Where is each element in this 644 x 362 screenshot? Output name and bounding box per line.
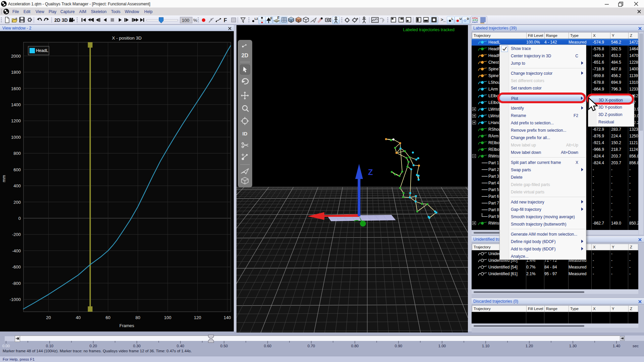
- svg-text:-800: -800: [12, 281, 21, 286]
- svg-text:0.80: 0.80: [351, 344, 359, 348]
- svg-text:L: L: [451, 17, 453, 20]
- svg-text:0.40: 0.40: [177, 344, 184, 348]
- svg-text:X - position 3D: X - position 3D: [112, 36, 142, 41]
- svg-text:Z: Z: [368, 168, 373, 177]
- svg-text:Frames: Frames: [119, 323, 135, 328]
- svg-text:ID: ID: [243, 131, 248, 136]
- svg-text:0.00: 0.00: [2, 344, 10, 348]
- svg-text:3D: 3D: [62, 17, 68, 23]
- svg-text:200: 200: [13, 200, 21, 205]
- svg-text:-200: -200: [12, 232, 21, 237]
- svg-text:1.20: 1.20: [526, 344, 533, 348]
- svg-text:2D: 2D: [54, 17, 60, 23]
- svg-text:100: 100: [182, 18, 190, 23]
- svg-text:1000: 1000: [11, 135, 21, 140]
- svg-text:140: 140: [224, 315, 231, 320]
- svg-text:60: 60: [106, 315, 110, 320]
- svg-text:1.00: 1.00: [438, 344, 446, 348]
- svg-text:0.70: 0.70: [308, 344, 315, 348]
- svg-text:1200: 1200: [11, 118, 21, 123]
- svg-text:0.20: 0.20: [90, 344, 97, 348]
- svg-text:400: 400: [13, 183, 21, 188]
- svg-text:-600: -600: [12, 264, 21, 269]
- svg-text:F: F: [270, 17, 272, 20]
- svg-text:%: %: [193, 18, 197, 23]
- svg-text:0.10: 0.10: [46, 344, 53, 348]
- svg-text:0.90: 0.90: [395, 344, 402, 348]
- svg-text:1400: 1400: [11, 102, 21, 107]
- svg-text:0: 0: [18, 216, 21, 221]
- svg-text:1.30: 1.30: [569, 344, 577, 348]
- svg-text:2D: 2D: [241, 53, 248, 58]
- svg-text:mm: mm: [1, 175, 6, 182]
- svg-text:80: 80: [136, 315, 140, 320]
- svg-text:HeadL: HeadL: [36, 48, 48, 53]
- svg-text:L2: L2: [255, 17, 258, 20]
- svg-text:800: 800: [13, 151, 21, 156]
- svg-text:0.60: 0.60: [264, 344, 271, 348]
- svg-text:600: 600: [13, 167, 21, 172]
- svg-text:F: F: [224, 17, 227, 23]
- svg-text:-1000: -1000: [10, 297, 21, 302]
- svg-text:0.30: 0.30: [133, 344, 141, 348]
- svg-text:>_: >_: [441, 17, 446, 22]
- svg-text:100: 100: [164, 315, 171, 320]
- svg-text:120: 120: [194, 315, 201, 320]
- svg-text:1.40: 1.40: [613, 344, 620, 348]
- svg-text:1600: 1600: [11, 86, 21, 91]
- svg-text:1.10: 1.10: [482, 344, 489, 348]
- svg-text:40: 40: [76, 315, 80, 320]
- svg-text:sec: sec: [633, 344, 639, 348]
- svg-text:2000: 2000: [11, 54, 21, 59]
- svg-text:-400: -400: [12, 248, 21, 253]
- svg-text:1800: 1800: [11, 70, 21, 75]
- svg-text:0.50: 0.50: [220, 344, 228, 348]
- svg-text:20: 20: [46, 315, 51, 320]
- svg-text:F: F: [277, 16, 279, 20]
- svg-text:U: U: [460, 17, 462, 20]
- svg-text:D: D: [467, 17, 469, 20]
